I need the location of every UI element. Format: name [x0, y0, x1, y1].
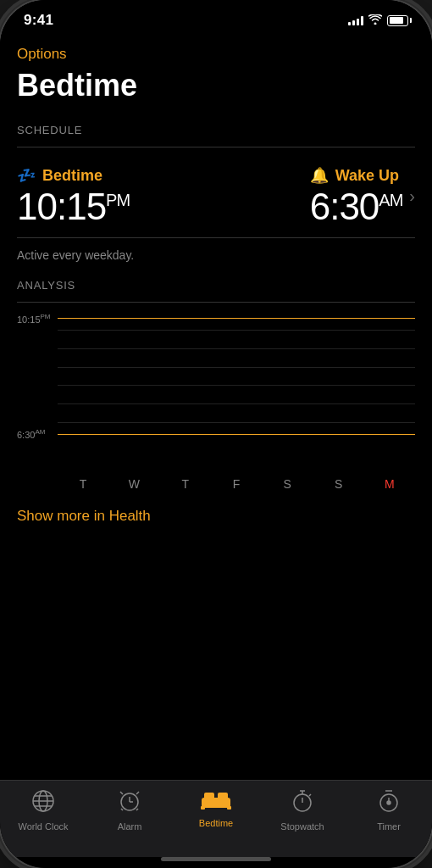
bedtime-sleep-icon: 💤 [17, 166, 36, 185]
timer-label: Timer [377, 821, 401, 832]
grid-lines [58, 330, 415, 423]
schedule-bottom-divider [17, 237, 415, 238]
battery-icon [387, 15, 408, 26]
grid-line-1 [58, 330, 415, 331]
day-label-5: S [313, 477, 363, 491]
bedtime-time-suffix: PM [106, 191, 130, 209]
day-label-1: W [108, 477, 159, 491]
world-clock-label: World Clock [18, 821, 68, 832]
bedtime-time[interactable]: 10:15PM [17, 188, 130, 225]
wakeup-label: Wake Up [335, 167, 399, 185]
svg-line-9 [136, 792, 139, 794]
svg-rect-13 [204, 793, 214, 799]
wakeup-col[interactable]: 🔔 Wake Up 6:30AM › [310, 166, 415, 225]
bedtime-chart-label: 10:15PM [17, 313, 51, 325]
tab-bedtime[interactable]: Bedtime [173, 789, 259, 828]
stopwatch-icon [291, 789, 314, 818]
signal-bars-icon [348, 16, 363, 25]
active-text: Active every weekday. [17, 248, 415, 262]
wakeup-label-row: 🔔 Wake Up [310, 166, 403, 185]
chart-area: 10:15PM [17, 313, 415, 465]
status-time: 9:41 [24, 12, 53, 29]
day-labels: TWTFSSM [17, 469, 415, 491]
timer-icon [377, 789, 401, 818]
bedtime-tab-label: Bedtime [199, 818, 233, 828]
wakeup-time: 6:30AM [310, 188, 403, 225]
alarm-label: Alarm [118, 821, 142, 832]
day-label-2: T [160, 477, 211, 491]
tab-timer[interactable]: Timer [346, 789, 432, 832]
day-label-6: M [364, 477, 415, 491]
wakeup-chart-line: 6:30AM [17, 428, 415, 440]
alarm-icon [118, 789, 141, 818]
tab-bar: World Clock Alarm [0, 780, 432, 857]
bedtime-chart-line: 10:15PM [17, 313, 415, 325]
svg-rect-15 [201, 806, 205, 810]
grid-line-3 [58, 367, 415, 368]
phone-frame: 9:41 [0, 0, 432, 868]
tab-alarm[interactable]: Alarm [86, 789, 173, 832]
world-clock-icon [31, 789, 55, 818]
schedule-row: 💤 Bedtime 10:15PM 🔔 Wake Up [17, 158, 415, 237]
show-health-link[interactable]: Show more in Health [17, 508, 415, 525]
home-indicator [161, 857, 271, 861]
page-title: Bedtime [17, 68, 415, 103]
schedule-section-label: SCHEDULE [17, 120, 415, 136]
analysis-divider [17, 302, 415, 303]
svg-line-10 [121, 809, 123, 810]
notch [161, 0, 271, 25]
wakeup-time-suffix: AM [379, 191, 402, 209]
analysis-section: ANALYSIS 10:15PM [17, 275, 415, 491]
wakeup-chart-label: 6:30AM [17, 428, 51, 440]
wakeup-time-value: 6:30 [310, 186, 379, 227]
bedtime-line [58, 318, 415, 319]
battery-fill [390, 17, 403, 24]
main-content: Options Bedtime SCHEDULE 💤 Bedtime 10:15… [0, 36, 432, 780]
bedtime-tab-icon [201, 789, 231, 815]
bedtime-label-row: 💤 Bedtime [17, 166, 130, 185]
tab-world-clock[interactable]: World Clock [0, 789, 86, 832]
bedtime-chart-label-val: 10:15 [17, 314, 41, 325]
grid-line-5 [58, 403, 415, 404]
wifi-icon [368, 14, 382, 27]
options-link[interactable]: Options [17, 46, 415, 63]
grid-line-4 [58, 385, 415, 386]
wakeup-chart-label-val: 6:30 [17, 430, 35, 440]
analysis-section-label: ANALYSIS [17, 275, 415, 292]
grid-line-2 [58, 348, 415, 349]
stopwatch-label: Stopwatch [280, 821, 324, 832]
grid-line-6 [58, 422, 415, 423]
wakeup-chart-suffix: AM [35, 428, 45, 436]
bedtime-col: 💤 Bedtime 10:15PM [17, 166, 130, 225]
svg-rect-14 [218, 793, 228, 799]
day-label-0: T [58, 477, 108, 491]
bedtime-time-value: 10:15 [17, 186, 106, 227]
tab-stopwatch[interactable]: Stopwatch [259, 789, 346, 832]
wakeup-bell-icon: 🔔 [310, 166, 329, 185]
wakeup-line [58, 434, 415, 435]
svg-line-21 [309, 794, 311, 796]
bedtime-label: Bedtime [42, 167, 102, 185]
wakeup-chevron-icon: › [409, 186, 415, 206]
svg-line-11 [136, 809, 138, 810]
day-label-3: F [211, 477, 262, 491]
screen: 9:41 [0, 0, 432, 868]
status-icons [348, 14, 408, 27]
bedtime-chart-suffix: PM [41, 313, 51, 320]
svg-line-8 [120, 792, 123, 794]
day-label-4: S [262, 477, 313, 491]
svg-rect-16 [227, 806, 231, 810]
schedule-divider [17, 147, 415, 147]
svg-point-25 [387, 801, 390, 804]
